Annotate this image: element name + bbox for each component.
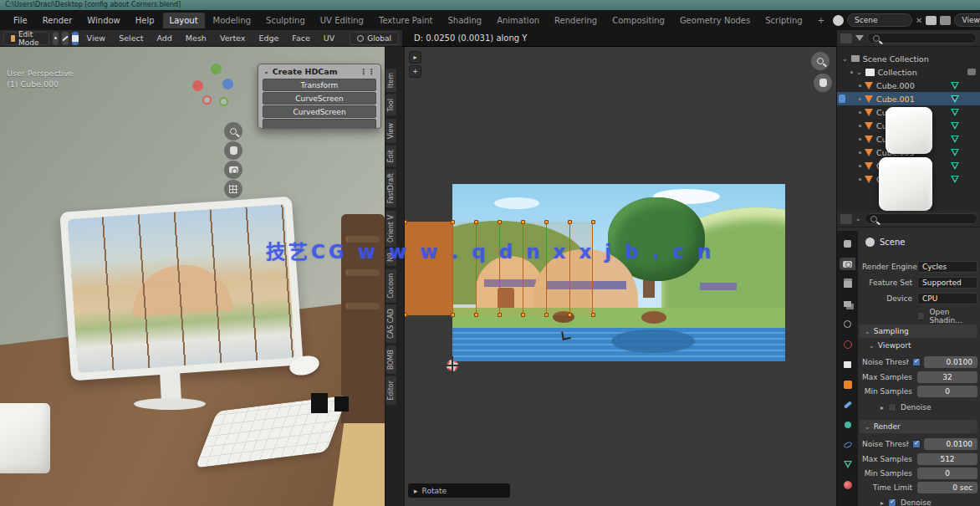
new-scene-icon[interactable] [926,16,937,25]
curvedscreen-button[interactable]: CurvedScreen [263,105,376,118]
pan-button[interactable] [224,141,242,160]
menu-edge[interactable]: Edge [253,32,283,44]
menu-window[interactable]: Window [80,13,126,28]
scene-selector[interactable]: Scene [847,13,912,27]
menu-file[interactable]: File [7,13,34,28]
sidebar-tab-cascad[interactable]: CAS CAD [385,304,396,343]
vertex-handle[interactable] [451,313,455,317]
unlink-scene-icon[interactable]: ✕ [916,16,922,25]
select-tool-button[interactable]: ▸ [409,51,421,64]
menu-render[interactable]: Render [36,13,79,28]
vertex-handle[interactable] [568,220,572,224]
render-engine-dropdown[interactable]: Cycles [917,261,977,273]
sidebar-tab-item[interactable]: Item [385,69,396,92]
transform-button[interactable]: Transform [263,79,376,91]
menu-mesh[interactable]: Mesh [181,32,212,44]
vertex-handle[interactable] [474,220,478,224]
vertex-select-button[interactable] [53,32,59,45]
menu-vertex[interactable]: Vertex [215,32,251,44]
operator-panel[interactable]: ▸ Rotate [408,483,510,498]
vertex-handle[interactable] [568,313,572,317]
render-section-header[interactable]: ⌄ Render [860,420,977,433]
zoom-button[interactable] [811,52,829,70]
editor-type-icon[interactable] [840,33,852,43]
edge-select-button[interactable] [62,32,69,45]
outliner-row-scene-collection[interactable]: ⌄ Scene Collection [837,52,980,65]
sidebar-tab-edit[interactable]: Edit [385,146,396,167]
orientation-dropdown[interactable]: Global [350,32,399,45]
tab-output[interactable] [840,278,855,290]
vertex-handle[interactable] [521,313,525,317]
menu-face[interactable]: Face [287,32,314,44]
toggle-perspective-button[interactable] [224,180,242,198]
tab-render[interactable] [840,258,855,270]
workspace-tab-compositing[interactable]: Compositing [605,13,671,28]
workspace-tab-layout[interactable]: Layout [163,13,205,28]
vertex-handle[interactable] [498,220,502,224]
tab-object-data[interactable] [840,458,855,471]
monitor-object[interactable] [59,197,303,381]
viewport-camera[interactable]: ▸ + [404,47,836,506]
disclosure-icon[interactable]: ⌄ [842,55,848,63]
properties-search-input[interactable] [865,213,977,224]
workspace-tab-animation[interactable]: Animation [490,13,546,28]
menu-uv[interactable]: UV [319,32,339,44]
menu-select[interactable]: Select [114,32,148,44]
sidebar-tab-fastdraft[interactable]: FastDraft [385,169,396,207]
disclosure-icon[interactable]: ⌄ [856,69,862,76]
r-noise-field[interactable]: 0.0100 [924,438,977,450]
outliner-row-cube[interactable]: Cube.000 [837,79,980,92]
r-time-field[interactable]: 0 sec [917,482,977,493]
workspace-tab-texture-paint[interactable]: Texture Paint [372,13,440,28]
outliner-row-cube-selected[interactable]: Cube.001 [837,92,980,105]
viewport-3d[interactable]: User Perspective (1) Cube.000 ⌄ Create H… [0,47,385,506]
tab-scene[interactable] [840,318,855,330]
workspace-tab-shading[interactable]: Shading [442,13,489,28]
zoom-button[interactable] [224,122,242,141]
workspace-tab-sculpting[interactable]: Sculpting [259,13,312,28]
render-visibility-icon[interactable] [967,69,976,75]
menu-view[interactable]: View [82,32,111,44]
outliner-row-collection[interactable]: ⌄ Collection [837,65,980,79]
filter-funnel-icon[interactable] [855,35,864,41]
menu-help[interactable]: Help [129,13,161,28]
vp-noise-checkbox[interactable] [912,358,921,366]
feature-set-dropdown[interactable]: Supported [917,277,977,289]
cube-object[interactable] [0,403,50,473]
tab-particles[interactable] [840,418,855,431]
vertex-handle[interactable] [521,220,525,224]
menu-add[interactable]: Add [151,32,176,44]
curvescreen-button[interactable]: CurveScreen [263,92,376,105]
vertex-handle[interactable] [404,220,407,224]
tab-material[interactable] [840,478,855,491]
vertex-handle[interactable] [404,313,407,317]
sidebar-tab-tool[interactable]: Tool [385,95,396,116]
vp-min-field[interactable]: 0 [917,386,977,397]
workspace-tab-rendering[interactable]: Rendering [548,13,604,28]
tab-physics[interactable] [840,438,855,451]
r-noise-checkbox[interactable] [912,440,921,448]
axis-x-neg-handle[interactable] [202,95,212,105]
r-denoise-row[interactable]: ▸ Denoise [880,498,931,506]
face-select-button[interactable] [72,32,79,45]
sidebar-tab-editor[interactable]: Editor [385,376,396,405]
tab-view-layer[interactable] [840,298,855,310]
viewport-subsection-header[interactable]: ⌄ Viewport [869,341,911,350]
vertex-handle[interactable] [498,313,502,317]
tab-modifiers[interactable] [840,398,855,411]
cursor-tool-button[interactable]: + [409,65,421,78]
view-layer-selector[interactable]: ViewLayer [954,13,980,27]
vp-denoise-row[interactable]: ▸ Denoise [880,403,931,411]
sidebar-tab-view[interactable]: View [385,119,396,143]
mode-dropdown[interactable]: Edit Mode [3,32,49,45]
tab-object[interactable] [840,378,855,391]
workspace-tab-modeling[interactable]: Modeling [207,13,258,28]
vp-denoise-checkbox[interactable] [888,403,896,411]
tab-collection[interactable] [840,358,855,371]
vertex-handle[interactable] [544,313,549,317]
sidebar-tab-bomb[interactable]: BOMB [385,345,396,374]
workspace-tab-geometry-nodes[interactable]: Geometry Nodes [673,13,757,28]
create-panel-header[interactable]: ⌄ Create HDCam ⋮⋮ [258,64,380,78]
workspace-tab-scripting[interactable]: Scripting [758,13,809,28]
vertex-handle[interactable] [451,220,455,224]
